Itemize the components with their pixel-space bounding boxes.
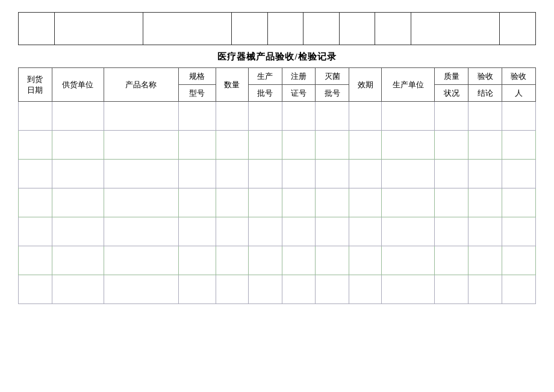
table-cell [248,188,282,217]
table-cell [52,246,104,275]
table-cell [349,275,382,304]
top-cell-1 [19,13,55,45]
header-spec-line1: 规格 [178,68,216,85]
table-cell [435,188,468,217]
table-cell [104,160,178,188]
table-cell [282,217,316,246]
table-cell [435,160,468,188]
top-cell-9 [411,13,500,45]
table-cell [52,102,104,131]
table-cell [316,246,349,275]
table-cell [248,102,282,131]
header-accept-line1: 验收 [468,68,502,85]
table-cell [104,246,178,275]
table-cell [382,217,435,246]
top-cell-4 [232,13,268,45]
table-cell [382,131,435,160]
table-header-row1: 到货 日期 供货单位 产品名称 规格 数量 生产 注册 灭菌 效期 生产单位 质… [19,68,536,85]
table-cell [282,131,316,160]
table-cell [248,131,282,160]
top-cell-10 [500,13,535,45]
table-cell [468,275,502,304]
table-cell [19,102,52,131]
header-qty: 数量 [216,68,248,102]
table-cell [316,102,349,131]
table-cell [104,102,178,131]
table-cell [435,217,468,246]
header-steril-line1: 灭菌 [316,68,349,85]
table-cell [502,246,535,275]
table-cell [349,188,382,217]
header-reg-line1: 注册 [282,68,316,85]
table-cell [316,160,349,188]
table-cell [52,160,104,188]
top-cell-6 [303,13,340,45]
table-cell [502,217,535,246]
table-cell [382,188,435,217]
table-row [19,246,536,275]
table-cell [382,160,435,188]
table-cell [178,188,216,217]
table-row [19,275,536,304]
table-cell [349,246,382,275]
table-cell [216,160,248,188]
table-cell [52,188,104,217]
table-cell [178,217,216,246]
header-quality-line2: 状况 [435,85,468,102]
table-cell [316,131,349,160]
table-cell [178,131,216,160]
table-cell [502,188,535,217]
table-cell [216,217,248,246]
header-expire: 效期 [349,68,382,102]
table-cell [382,275,435,304]
table-cell [216,188,248,217]
top-header-box [18,12,536,45]
table-cell [104,131,178,160]
top-cell-5 [268,13,304,45]
header-quality-line1: 质量 [435,68,468,85]
table-row [19,217,536,246]
header-accept-line2: 结论 [468,85,502,102]
table-cell [248,160,282,188]
table-cell [52,131,104,160]
table-cell [316,188,349,217]
table-cell [502,160,535,188]
table-cell [19,160,52,188]
table-cell [435,246,468,275]
table-cell [468,217,502,246]
table-cell [502,102,535,131]
table-cell [19,188,52,217]
table-row [19,188,536,217]
top-cell-7 [340,13,376,45]
table-cell [248,246,282,275]
table-cell [216,131,248,160]
main-table: 到货 日期 供货单位 产品名称 规格 数量 生产 注册 灭菌 效期 生产单位 质… [18,67,536,304]
table-cell [52,217,104,246]
table-cell [282,102,316,131]
table-cell [178,275,216,304]
table-cell [349,131,382,160]
table-cell [178,246,216,275]
table-cell [316,217,349,246]
top-cell-2 [55,13,143,45]
table-cell [104,217,178,246]
table-cell [282,160,316,188]
table-cell [468,246,502,275]
table-cell [282,188,316,217]
table-cell [435,275,468,304]
table-cell [502,131,535,160]
table-cell [282,246,316,275]
table-cell [216,246,248,275]
table-cell [216,102,248,131]
table-cell [19,275,52,304]
header-inspector-line1: 验收 [502,68,535,85]
table-body [19,102,536,304]
table-cell [248,275,282,304]
table-cell [468,102,502,131]
header-inspector-line2: 人 [502,85,535,102]
table-row [19,160,536,188]
top-cell-8 [375,13,411,45]
table-cell [52,275,104,304]
table-cell [316,275,349,304]
table-cell [216,275,248,304]
